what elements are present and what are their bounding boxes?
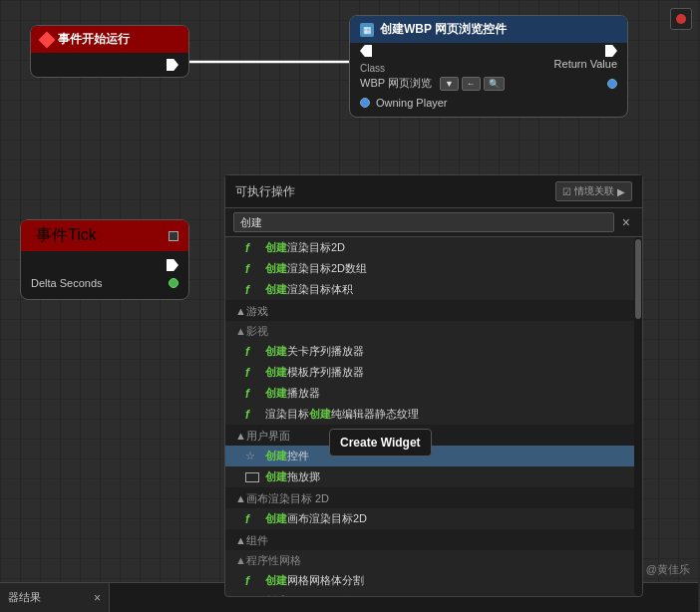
item-text: 创建渲染目标2D数组 xyxy=(265,261,367,276)
list-item-create-widget[interactable]: ☆ 创建控件 xyxy=(225,446,642,466)
event-tick-title: 事件Tick xyxy=(36,225,97,246)
class-row: Class Return Value WBP 网页浏览 ▼ ← 🔍 xyxy=(350,59,627,93)
item-text: 创建模板序列播放器 xyxy=(265,365,364,380)
create-wbp-header: ▦ 创建WBP 网页浏览控件 xyxy=(350,16,627,43)
context-label: 情境关联 xyxy=(574,184,614,198)
item-text: 创建画布渲染目标2D xyxy=(265,511,367,526)
results-panel: 器结果 × xyxy=(0,583,110,612)
list-item[interactable]: f 创建渲染目标体积 xyxy=(225,279,642,300)
event-start-node: 事件开始运行 xyxy=(30,25,189,78)
exec-row xyxy=(350,43,627,59)
list-item[interactable]: f 创建关卡序列播放器 xyxy=(225,341,642,362)
class-controls: WBP 网页浏览 ▼ ← 🔍 xyxy=(360,76,617,91)
search-input[interactable] xyxy=(233,212,614,232)
delta-row: Delta Seconds xyxy=(31,273,178,293)
record-icon[interactable] xyxy=(670,8,692,30)
results-label: 器结果 xyxy=(8,590,41,605)
f-icon: f xyxy=(245,262,259,276)
return-value-label: Return Value xyxy=(554,58,617,70)
tick-exec-out[interactable] xyxy=(167,259,178,271)
list-item[interactable]: f 创建模板序列播放器 xyxy=(225,362,642,383)
sub-category-mesh: ▲程序性网格 xyxy=(225,550,642,570)
box-icon xyxy=(245,472,259,482)
class-search-btn[interactable]: 🔍 xyxy=(484,77,505,91)
item-text: 创建网格网格体结合 xyxy=(265,594,364,596)
item-text: 渲染目标创建纯编辑器静态纹理 xyxy=(265,407,419,422)
category-canvas: ▲画布渲染目标 2D xyxy=(225,487,642,508)
context-arrow: ▶ xyxy=(617,186,625,197)
wbp-node-icon: ▦ xyxy=(360,23,374,37)
event-tick-node: 事件Tick Delta Seconds xyxy=(20,219,189,300)
popup-header: 可执行操作 ☑ 情境关联 ▶ xyxy=(225,175,642,208)
f-icon: f xyxy=(245,595,259,597)
list-item[interactable]: f 创建播放器 xyxy=(225,383,642,404)
create-wbp-node: ▦ 创建WBP 网页浏览控件 Class Return Value WBP 网页… xyxy=(349,15,628,118)
event-diamond-icon xyxy=(39,31,56,48)
f-icon: f xyxy=(245,408,259,422)
f-icon: f xyxy=(245,241,259,255)
list-item[interactable]: f 创建渲染目标2D xyxy=(225,237,642,258)
popup-title: 可执行操作 xyxy=(235,183,295,200)
list-item[interactable]: f 创建网格网格体结合 xyxy=(225,591,642,596)
return-value-pin[interactable] xyxy=(607,79,617,89)
search-bar: × xyxy=(225,208,642,237)
f-icon: f xyxy=(245,366,259,380)
sub-category-film: ▲影视 xyxy=(225,321,642,341)
event-start-header: 事件开始运行 xyxy=(31,26,188,53)
f-icon: f xyxy=(245,574,259,588)
item-text: 创建网格网格体分割 xyxy=(265,573,364,588)
f-icon: f xyxy=(245,512,259,526)
f-icon: f xyxy=(245,387,259,401)
exec-pin-out-2[interactable] xyxy=(605,45,617,57)
popup-header-right: ☑ 情境关联 ▶ xyxy=(555,181,632,201)
owning-player-label: Owning Player xyxy=(376,97,448,109)
list-item[interactable]: 创建拖放掷 xyxy=(225,466,642,487)
menu-list[interactable]: f 创建渲染目标2D f 创建渲染目标2D数组 f 创建渲染目标体积 ▲游戏 ▲… xyxy=(225,237,642,596)
list-item[interactable]: f 创建画布渲染目标2D xyxy=(225,508,642,529)
event-start-body xyxy=(31,53,188,77)
list-item[interactable]: f 创建渲染目标2D数组 xyxy=(225,258,642,279)
context-button[interactable]: ☑ 情境关联 ▶ xyxy=(555,181,632,201)
item-text: 创建渲染目标2D xyxy=(265,240,345,255)
close-button[interactable]: × xyxy=(618,214,634,230)
item-text: 创建拖放掷 xyxy=(265,469,320,484)
event-tick-header: 事件Tick xyxy=(21,220,188,251)
list-item[interactable]: f 创建网格网格体分割 xyxy=(225,570,642,591)
item-text: 创建播放器 xyxy=(265,386,320,401)
category-game: ▲游戏 xyxy=(225,300,642,321)
item-text: 创建关卡序列播放器 xyxy=(265,344,364,359)
event-tick-body: Delta Seconds xyxy=(21,251,188,299)
close-results-btn[interactable]: × xyxy=(94,591,101,605)
category-component: ▲组件 xyxy=(225,529,642,550)
popup-menu: 可执行操作 ☑ 情境关联 ▶ × f 创建渲染目标2D f 创建渲染目标2D数组… xyxy=(224,174,643,597)
owning-player-row: Owning Player xyxy=(350,93,627,117)
f-icon: f xyxy=(245,283,259,297)
class-browse-btn[interactable]: ← xyxy=(462,77,481,91)
scrollbar-thumb xyxy=(635,239,641,319)
exec-pin-in[interactable] xyxy=(360,45,372,57)
delta-label: Delta Seconds xyxy=(31,277,103,289)
class-select-btn[interactable]: ▼ xyxy=(440,77,459,91)
scrollbar[interactable] xyxy=(634,237,642,596)
create-widget-tooltip: Create Widget xyxy=(329,429,432,457)
star-icon: ☆ xyxy=(245,450,259,462)
owning-player-pin[interactable] xyxy=(360,98,370,108)
item-text: 创建控件 xyxy=(265,449,309,463)
create-wbp-title: 创建WBP 网页浏览控件 xyxy=(380,21,507,38)
context-checkbox: ☑ xyxy=(562,186,571,197)
delta-pin[interactable] xyxy=(169,278,178,288)
record-dot xyxy=(676,14,686,24)
category-ui: ▲用户界面 xyxy=(225,425,642,446)
list-item[interactable]: f 渲染目标创建纯编辑器静态纹理 xyxy=(225,404,642,425)
class-value: WBP 网页浏览 xyxy=(360,76,432,91)
tick-state-icon xyxy=(169,231,178,241)
exec-pin-out[interactable] xyxy=(167,59,178,71)
f-icon: f xyxy=(245,345,259,359)
event-start-title: 事件开始运行 xyxy=(58,31,130,48)
item-text: 创建渲染目标体积 xyxy=(265,282,353,297)
